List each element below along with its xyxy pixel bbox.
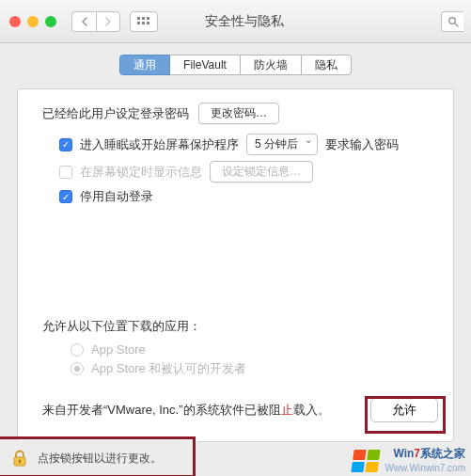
forward-button[interactable] (96, 11, 120, 32)
lock-message-checkbox[interactable] (59, 166, 72, 179)
lock-message-row: 在屏幕锁定时显示信息 设定锁定信息… (59, 161, 438, 182)
watermark: Win7系统之家 Www.Winwin7.com (353, 447, 465, 474)
disable-auto-login-label: 停用自动登录 (80, 188, 153, 205)
zoom-button[interactable] (45, 16, 56, 27)
allow-identified-label: App Store 和被认可的开发者 (91, 360, 246, 377)
lock-icon (11, 450, 28, 467)
svg-rect-1 (142, 17, 145, 20)
wm-url: Www.Winwin7.com (385, 462, 465, 474)
allow-button[interactable]: 允许 (370, 398, 438, 422)
allow-appstore-radio (71, 343, 84, 357)
general-panel: 已经给此用户设定登录密码 更改密码… ✓ 进入睡眠或开始屏幕保护程序 5 分钟后… (17, 88, 454, 442)
require-password-row: ✓ 进入睡眠或开始屏幕保护程序 5 分钟后 要求输入密码 (59, 134, 438, 155)
blocked-suffix: 载入。 (293, 403, 330, 417)
wm-a: Win (393, 447, 414, 460)
change-password-button[interactable]: 更改密码… (198, 103, 279, 124)
tab-general[interactable]: 通用 (119, 55, 170, 75)
svg-rect-2 (147, 17, 149, 20)
tab-privacy[interactable]: 隐私 (301, 55, 352, 75)
nav-buttons (71, 11, 120, 32)
svg-point-6 (448, 18, 455, 24)
tab-firewall[interactable]: 防火墙 (240, 55, 302, 75)
window-title: 安全性与隐私 (205, 13, 284, 30)
blocked-software-text: 来自开发者“VMware, Inc.”的系统软件已被阻止载入。 (42, 402, 330, 419)
blocked-prefix: 来自开发者“VMware, Inc.”的系统软件已被阻 (42, 403, 281, 417)
tab-bar: 通用 FileVault 防火墙 隐私 (0, 55, 471, 75)
require-password-delay-select[interactable]: 5 分钟后 (246, 134, 318, 155)
wm-b: 7 (414, 447, 420, 460)
svg-rect-0 (137, 17, 140, 20)
password-row: 已经给此用户设定登录密码 更改密码… (42, 103, 438, 124)
blocked-software-row: 来自开发者“VMware, Inc.”的系统软件已被阻止载入。 允许 (42, 398, 438, 422)
window-toolbar: 安全性与隐私 (0, 0, 471, 43)
close-button[interactable] (9, 16, 21, 27)
lock-bar[interactable]: 点按锁按钮以进行更改。 (0, 440, 197, 476)
blocked-stop: 止 (281, 403, 293, 417)
lock-text: 点按锁按钮以进行更改。 (38, 451, 162, 467)
traffic-lights (9, 16, 56, 27)
disable-auto-login-row: ✓ 停用自动登录 (59, 188, 438, 205)
windows-flag-icon (352, 450, 381, 472)
allow-appstore-label: App Store (91, 342, 146, 357)
minimize-button[interactable] (27, 16, 39, 27)
svg-rect-10 (19, 461, 20, 463)
require-password-checkbox[interactable]: ✓ (59, 138, 72, 151)
allow-identified-radio (71, 362, 84, 375)
lock-message-label: 在屏幕锁定时显示信息 (80, 164, 202, 181)
svg-rect-5 (147, 22, 149, 24)
back-button[interactable] (71, 11, 96, 32)
watermark-text: Win7系统之家 Www.Winwin7.com (385, 447, 465, 474)
wm-c: 系统之家 (420, 447, 465, 460)
disable-auto-login-checkbox[interactable]: ✓ (59, 190, 72, 203)
require-password-suffix: 要求输入密码 (325, 136, 399, 153)
svg-line-7 (455, 24, 458, 26)
svg-rect-4 (142, 22, 145, 24)
allow-appstore-row: App Store (71, 342, 438, 357)
set-lock-message-button: 设定锁定信息… (210, 161, 313, 182)
show-all-button[interactable] (130, 11, 158, 32)
password-set-label: 已经给此用户设定登录密码 (42, 105, 189, 122)
tab-filevault[interactable]: FileVault (169, 55, 241, 75)
search-button[interactable] (441, 11, 463, 32)
svg-rect-3 (137, 22, 140, 24)
allow-identified-row: App Store 和被认可的开发者 (71, 360, 438, 377)
delay-value: 5 分钟后 (255, 136, 298, 152)
require-password-label: 进入睡眠或开始屏幕保护程序 (80, 136, 239, 153)
allow-apps-heading: 允许从以下位置下载的应用： (42, 318, 438, 335)
